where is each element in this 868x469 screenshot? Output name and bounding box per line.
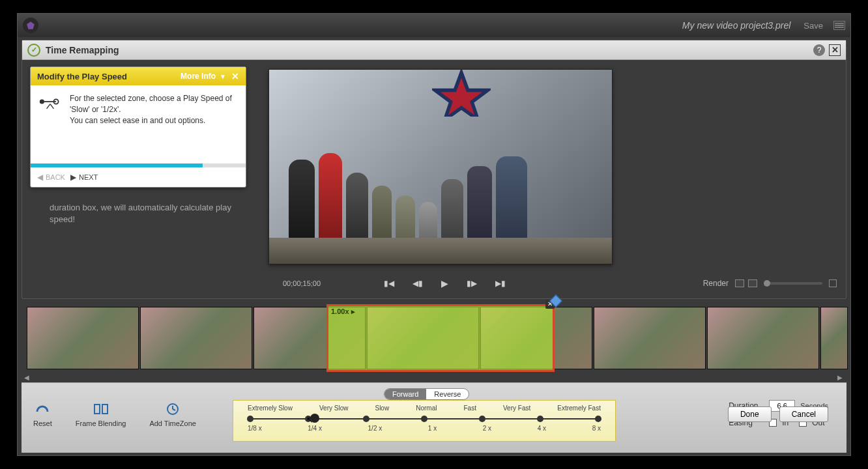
speed-value: 1/8 x	[248, 425, 262, 432]
speed-label: Slow	[375, 405, 389, 412]
svg-point-1	[40, 99, 44, 104]
cancel-button[interactable]: Cancel	[779, 406, 828, 422]
panel-title: Time Remapping	[46, 45, 813, 55]
panel-header: ✓ Time Remapping ? ✕	[22, 40, 846, 60]
svg-marker-0	[27, 21, 35, 29]
panel-grip-icon[interactable]	[829, 279, 837, 287]
help-icon[interactable]: ?	[813, 44, 825, 56]
back-arrow-icon: ◀	[37, 173, 43, 182]
reverse-toggle[interactable]: Reverse	[426, 389, 469, 399]
tip-progress-bar	[31, 163, 246, 167]
app-menu-icon[interactable]	[833, 21, 845, 30]
goto-start-button[interactable]: ▮◀	[384, 279, 394, 288]
speed-value: 4 x	[538, 425, 546, 432]
zoom-slider[interactable]	[764, 282, 822, 285]
video-preview[interactable]	[268, 69, 613, 264]
direction-toggle: Forward Reverse	[384, 388, 469, 400]
app-titlebar: My new video project3.prel Save	[18, 14, 850, 37]
zoom-slider-thumb[interactable]	[764, 280, 770, 287]
add-timezone-icon	[165, 403, 181, 416]
svg-marker-4	[435, 73, 488, 117]
svg-rect-6	[102, 405, 108, 414]
speed-labels: Extremely Slow Very Slow Slow Normal Fas…	[248, 405, 601, 412]
speed-label: Very Slow	[319, 405, 348, 412]
speed-value: 1 x	[428, 425, 437, 432]
panel-close-button[interactable]: ✕	[829, 44, 841, 56]
playhead[interactable]	[556, 296, 560, 306]
tip-header: Modify the Play Speed More Info ▼ ✕	[31, 67, 246, 85]
tip-collapse-icon[interactable]: ▼	[220, 73, 226, 80]
app-logo-icon	[23, 18, 38, 33]
speed-value: 1/2 x	[368, 425, 383, 432]
frame-blending-button[interactable]: Frame Blending	[76, 403, 126, 427]
tip-back-button[interactable]: ◀ BACK	[37, 173, 65, 182]
speed-slider: Extremely Slow Very Slow Slow Normal Fas…	[233, 400, 616, 442]
speed-values: 1/8 x 1/4 x 1/2 x 1 x 2 x 4 x 8 x	[248, 425, 601, 432]
tip-more-info-link[interactable]: More Info	[181, 72, 216, 81]
step-back-button[interactable]: ◀▮	[412, 279, 423, 288]
goto-end-button[interactable]: ▶▮	[495, 279, 506, 288]
reset-button[interactable]: Reset	[33, 403, 52, 427]
tip-body-text: For the selected zone, choose a Play Spe…	[70, 93, 238, 156]
done-button[interactable]: Done	[728, 406, 772, 422]
selection-speed-label: 1.00x ▸	[331, 307, 355, 316]
project-title: My new video project3.prel	[682, 20, 791, 31]
frame-blending-icon	[93, 403, 109, 416]
speed-value: 1/4 x	[308, 425, 322, 432]
forward-toggle[interactable]: Forward	[384, 389, 426, 399]
next-arrow-icon: ▶	[70, 173, 76, 182]
svg-line-9	[173, 409, 175, 410]
tip-next-button[interactable]: ▶ NEXT	[70, 173, 98, 182]
clip-thumbnail[interactable]	[27, 307, 139, 369]
speed-thumb[interactable]	[310, 414, 319, 423]
clip-thumbnail[interactable]	[140, 307, 252, 369]
speed-label: Very Fast	[503, 405, 530, 412]
tip-close-button[interactable]: ✕	[231, 71, 239, 81]
speed-handle-icon	[38, 96, 62, 111]
play-button[interactable]: ▶	[441, 278, 448, 289]
panel-check-icon: ✓	[27, 44, 40, 57]
svg-rect-5	[94, 405, 100, 414]
background-hint-text: duration box, we will automatically calc…	[50, 202, 245, 225]
speed-label: Extremely Fast	[557, 405, 601, 412]
reset-icon	[35, 403, 50, 416]
speed-label: Extremely Slow	[248, 405, 293, 412]
step-forward-button[interactable]: ▮▶	[467, 279, 477, 288]
render-button[interactable]: Render	[703, 279, 729, 288]
quality-toggle-1-icon[interactable]	[735, 279, 744, 287]
save-button[interactable]: Save	[803, 21, 823, 31]
tip-progress-fill	[31, 163, 203, 167]
filmstrip-area: 1.00x ▸ ✕ ◀ ▶	[22, 296, 846, 378]
tip-title: Modify the Play Speed	[37, 72, 181, 81]
pinata-star-icon	[432, 70, 491, 115]
add-timezone-button[interactable]: Add TimeZone	[149, 403, 196, 427]
scroll-left-icon[interactable]: ◀	[24, 375, 31, 381]
playback-controls: 00;00;15;00 ▮◀ ◀▮ ▶ ▮▶ ▶▮ Render	[22, 275, 846, 292]
speed-label: Fast	[463, 405, 476, 412]
clip-thumbnail[interactable]	[820, 307, 848, 369]
speed-value: 2 x	[483, 425, 491, 432]
app-window: My new video project3.prel Save ✓ Time R…	[17, 13, 851, 456]
clip-thumbnail[interactable]	[594, 307, 706, 369]
speed-label: Normal	[416, 405, 437, 412]
speed-track[interactable]	[248, 414, 601, 423]
bottom-controls: Forward Reverse Reset Frame Blending	[22, 382, 846, 453]
timecode-display: 00;00;15;00	[283, 279, 321, 287]
scroll-right-icon[interactable]: ▶	[837, 375, 844, 381]
quality-toggle-2-icon[interactable]	[748, 279, 757, 287]
speed-value: 8 x	[592, 425, 601, 432]
timezone-selection[interactable]: 1.00x ▸ ✕	[326, 304, 555, 372]
time-remapping-panel: ✓ Time Remapping ? ✕ duration box, we wi…	[22, 40, 846, 299]
guided-tip-card: Modify the Play Speed More Info ▼ ✕ For …	[30, 66, 246, 188]
clip-thumbnail[interactable]	[707, 307, 819, 369]
